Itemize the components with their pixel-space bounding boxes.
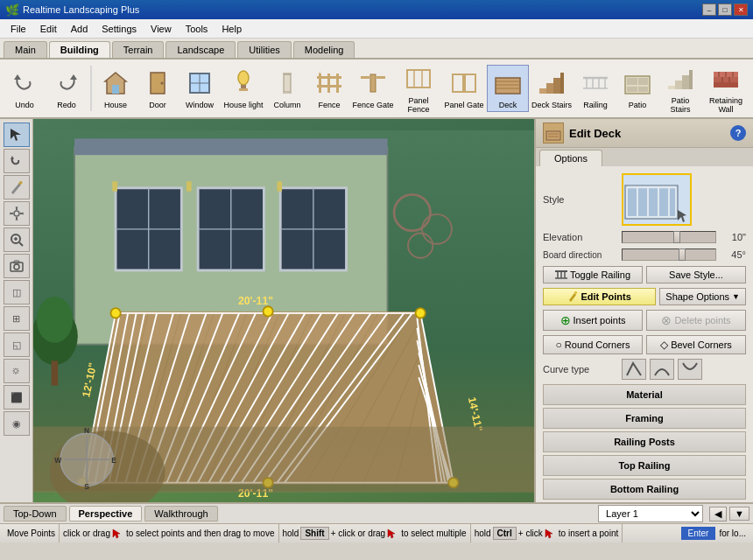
accordion-railing-posts[interactable]: Railing Posts — [543, 431, 746, 452]
menu-add[interactable]: Add — [64, 22, 95, 36]
toolbar-patio-stairs[interactable]: Patio Stairs — [658, 61, 702, 116]
toolbar-house[interactable]: House — [95, 66, 137, 111]
toolbar-fence-gate[interactable]: Fence Gate — [350, 66, 396, 111]
accordion-material[interactable]: Material — [543, 384, 746, 405]
menu-help[interactable]: Help — [215, 22, 249, 36]
save-style-button[interactable]: Save Style... — [646, 266, 746, 284]
accordion-bottom-railing[interactable]: Bottom Railing — [543, 479, 746, 500]
toolbar-house-label: House — [104, 101, 127, 109]
panel-body: Style — [536, 166, 753, 502]
status-click-drag: click or drag to select points and then … — [60, 524, 278, 542]
tool-t3[interactable]: ◱ — [4, 332, 30, 357]
tab-modeling[interactable]: Modeling — [293, 41, 355, 58]
tab-utilities[interactable]: Utilities — [237, 41, 291, 58]
svg-point-145 — [37, 297, 73, 343]
svg-point-134 — [110, 308, 120, 318]
bevel-corners-button[interactable]: ◇ Bevel Corners — [646, 335, 746, 354]
tool-pan[interactable] — [4, 201, 30, 226]
enter-key[interactable]: Enter — [681, 527, 716, 540]
accordion-framing[interactable]: Framing — [543, 408, 746, 429]
tool-draw[interactable] — [4, 175, 30, 200]
maximize-button[interactable]: □ — [718, 4, 732, 16]
tool-t6[interactable]: ◉ — [4, 411, 30, 436]
tab-terrain[interactable]: Terrain — [112, 41, 165, 58]
tool-t1[interactable]: ◫ — [4, 280, 30, 304]
tool-camera[interactable] — [4, 254, 30, 278]
toolbar-patio[interactable]: Patio — [616, 66, 658, 111]
delete-points-button[interactable]: ⊗ Delete points — [646, 310, 746, 331]
curve-type-1[interactable] — [622, 359, 646, 380]
layer-select[interactable]: Layer 1 — [598, 505, 703, 522]
toolbar-window[interactable]: Window — [179, 66, 221, 111]
shape-options-button[interactable]: Shape Options ▼ — [659, 288, 746, 305]
menu-settings[interactable]: Settings — [95, 22, 144, 36]
toolbar-panel-fence[interactable]: Panel Fence — [396, 61, 441, 116]
svg-point-135 — [416, 308, 426, 318]
curve-type-2[interactable] — [650, 359, 674, 380]
view-tab-perspective[interactable]: Perspective — [69, 506, 143, 522]
menu-edit[interactable]: Edit — [33, 22, 64, 36]
tool-select[interactable] — [4, 122, 30, 147]
toolbar-house-light-label: House light — [223, 101, 263, 109]
style-label: Style — [543, 194, 622, 205]
layer-nav-next[interactable]: ▼ — [729, 507, 749, 521]
toolbar-house-light[interactable]: House light — [221, 66, 266, 111]
edit-points-button[interactable]: Edit Points — [543, 288, 656, 305]
toolbar-railing[interactable]: Railing — [574, 66, 616, 111]
insert-icon: ⊕ — [560, 313, 571, 327]
tool-t4[interactable]: ⛭ — [4, 359, 30, 383]
insert-points-button[interactable]: ⊕ Insert points — [543, 310, 643, 331]
minimize-button[interactable]: – — [702, 4, 716, 16]
toolbar-column[interactable]: Column — [266, 66, 308, 111]
svg-point-138 — [263, 306, 272, 316]
viewport[interactable]: 20'-11" 20'-11" 12'-10" 14'-11" N S W — [33, 119, 534, 502]
panel-help-button[interactable]: ? — [730, 125, 746, 141]
svg-rect-29 — [496, 78, 520, 94]
elevation-thumb — [673, 231, 680, 243]
toolbar-retaining-wall[interactable]: Retaining Wall — [702, 61, 749, 116]
menu-view[interactable]: View — [144, 22, 179, 36]
toggle-railing-label: Toggle Railing — [570, 270, 630, 280]
board-direction-row: Board direction 45° — [543, 248, 746, 261]
round-corners-button[interactable]: ○ Round Corners — [543, 335, 643, 354]
curve-type-3[interactable] — [678, 359, 702, 380]
svg-rect-53 — [714, 77, 738, 82]
cursor-icon2 — [387, 528, 399, 539]
toolbar-door[interactable]: Door — [137, 66, 179, 111]
svg-rect-45 — [638, 78, 648, 85]
view-tab-topdown[interactable]: Top-Down — [4, 506, 67, 522]
tab-landscape[interactable]: Landscape — [165, 41, 236, 58]
toolbar-fence[interactable]: Fence — [308, 66, 350, 111]
delete-points-label: Delete points — [674, 315, 730, 326]
toolbar-deck[interactable]: Deck — [487, 65, 529, 112]
close-button[interactable]: ✕ — [734, 4, 748, 16]
view-tab-walkthrough[interactable]: Walkthrough — [144, 506, 217, 522]
column-icon — [271, 67, 303, 99]
toolbar-panel-gate-label: Panel Gate — [444, 101, 483, 109]
insert-delete-row: ⊕ Insert points ⊗ Delete points — [543, 310, 746, 331]
toolbar-redo[interactable]: Redo — [46, 66, 88, 111]
tool-zoom[interactable] — [4, 228, 30, 252]
tool-t5[interactable]: ⬛ — [4, 385, 30, 410]
accordion-top-railing[interactable]: Top Railing — [543, 455, 746, 476]
panel-tabs: Options — [536, 148, 753, 166]
elevation-slider[interactable] — [622, 231, 716, 243]
svg-rect-22 — [376, 76, 385, 79]
board-direction-slider[interactable] — [622, 248, 716, 261]
tool-t2[interactable]: ⊞ — [4, 306, 30, 331]
toolbar-undo-label: Undo — [15, 101, 34, 109]
toolbar-deck-stairs[interactable]: Deck Stairs — [529, 66, 574, 111]
tab-building[interactable]: Building — [49, 41, 110, 58]
toggle-railing-button[interactable]: Toggle Railing — [543, 266, 643, 284]
menu-file[interactable]: File — [4, 22, 33, 36]
style-preview[interactable] — [622, 173, 692, 226]
toolbar-panel-gate[interactable]: Panel Gate — [441, 66, 487, 111]
menu-tools[interactable]: Tools — [179, 22, 215, 36]
round-bevel-row: ○ Round Corners ◇ Bevel Corners — [543, 335, 746, 354]
tab-main[interactable]: Main — [4, 41, 47, 58]
elevation-value: 10" — [721, 232, 746, 242]
toolbar-undo[interactable]: Undo — [4, 66, 46, 111]
panel-tab-options[interactable]: Options — [539, 150, 602, 166]
tool-undo[interactable] — [4, 149, 30, 173]
layer-nav-prev[interactable]: ◀ — [709, 507, 727, 522]
